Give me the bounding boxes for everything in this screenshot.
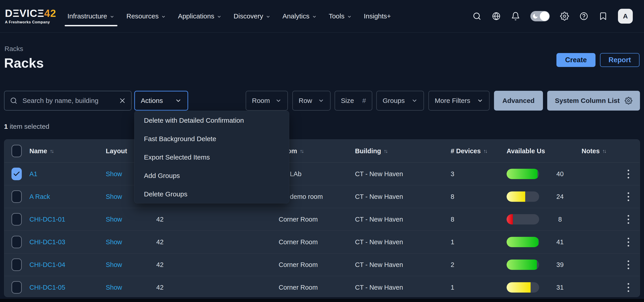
- actions-dropdown-button[interactable]: Actions: [134, 91, 188, 111]
- column-header-devices[interactable]: # Devices↑↓: [451, 140, 488, 162]
- actions-menu-item-add-groups[interactable]: Add Groups: [134, 166, 289, 185]
- nav-item-label: Resources: [126, 12, 158, 20]
- available-us-bar-fill: [506, 282, 530, 292]
- user-avatar[interactable]: A: [618, 9, 633, 24]
- page-title: Racks: [4, 55, 44, 71]
- rack-name-link[interactable]: CHI-DC1-05: [30, 276, 65, 297]
- more-filters-dropdown[interactable]: More Filters: [428, 91, 490, 111]
- rack-room: Corner Room: [279, 276, 318, 297]
- nav-item-insights-[interactable]: Insights+: [363, 11, 392, 21]
- brand-tagline: A Freshworks Company: [5, 20, 56, 24]
- rack-room: Corner Room: [279, 253, 318, 276]
- rack-name-link[interactable]: CHI-DC1-01: [30, 208, 65, 230]
- nav-item-label: Discovery: [234, 12, 263, 20]
- column-header-notes[interactable]: Notes↑↓: [582, 140, 607, 162]
- row-checkbox[interactable]: [12, 236, 22, 248]
- actions-menu-item-delete-with-detailed-confirmation[interactable]: Delete with Detailed Confirmation: [134, 111, 289, 130]
- brand-wordmark: DΞVICΞ42: [5, 8, 56, 19]
- table-row: CHI-DC1-05Show42Corner RoomCT - New Have…: [4, 276, 640, 297]
- actions-menu-item-delete-groups[interactable]: Delete Groups: [134, 185, 289, 203]
- nav-item-applications[interactable]: Applications: [178, 11, 222, 21]
- groups-filter[interactable]: Groups: [376, 91, 424, 111]
- rack-building: CT - New Haven: [355, 185, 403, 208]
- select-all-checkbox[interactable]: [12, 145, 22, 157]
- available-us-value: 41: [548, 231, 572, 253]
- row-actions-kebab[interactable]: [623, 163, 634, 185]
- available-us-bar-fill: [506, 237, 538, 247]
- chevron-down-icon: [477, 98, 483, 104]
- size-filter-label: Size: [341, 97, 354, 105]
- system-column-list-button[interactable]: System Column List: [547, 91, 640, 111]
- row-actions-kebab[interactable]: [623, 208, 634, 230]
- gear-icon[interactable]: [560, 12, 569, 21]
- row-actions-kebab[interactable]: [623, 253, 634, 276]
- rack-building: CT - New Haven: [355, 231, 403, 253]
- report-button[interactable]: Report: [600, 53, 640, 67]
- globe-icon[interactable]: [492, 12, 501, 21]
- nav-item-resources[interactable]: Resources: [126, 11, 166, 21]
- row-actions-kebab[interactable]: [623, 185, 634, 208]
- brand-logo[interactable]: DΞVICΞ42 A Freshworks Company: [5, 8, 56, 24]
- column-header-available-us: Available Us: [506, 140, 545, 162]
- nav-item-discovery[interactable]: Discovery: [233, 11, 271, 21]
- check-icon: [13, 170, 20, 178]
- available-us-value: 40: [548, 163, 572, 185]
- layout-show-link[interactable]: Show: [106, 185, 122, 208]
- bookmark-icon[interactable]: [599, 12, 608, 21]
- layout-show-link[interactable]: Show: [106, 163, 122, 185]
- nav-item-analytics[interactable]: Analytics: [282, 11, 318, 21]
- sort-icon: ↑↓: [384, 148, 388, 154]
- column-header-building[interactable]: Building↑↓: [355, 140, 388, 162]
- column-header-name[interactable]: Name↑↓: [30, 140, 54, 162]
- row-actions-kebab[interactable]: [623, 276, 634, 297]
- search-box: [4, 91, 132, 111]
- search-icon[interactable]: [472, 12, 482, 21]
- help-icon[interactable]: [579, 12, 588, 21]
- search-icon: [10, 97, 18, 105]
- main-nav: InfrastructureResourcesApplicationsDisco…: [67, 11, 392, 21]
- layout-show-link[interactable]: Show: [106, 276, 122, 297]
- row-actions-kebab[interactable]: [623, 231, 634, 253]
- rack-size: 42: [156, 208, 164, 230]
- table-header: Name↑↓ Layout Size Room↑↓ Building↑↓ # D…: [4, 140, 640, 163]
- layout-show-link[interactable]: Show: [106, 208, 122, 230]
- actions-label: Actions: [141, 97, 163, 105]
- row-checkbox[interactable]: [12, 281, 22, 294]
- rack-name-link[interactable]: A Rack: [30, 185, 50, 208]
- rack-name-link[interactable]: A1: [30, 163, 37, 185]
- layout-show-link[interactable]: Show: [106, 253, 122, 276]
- size-filter[interactable]: Size #: [334, 91, 372, 111]
- row-checkbox[interactable]: [12, 258, 22, 271]
- advanced-button[interactable]: Advanced: [494, 91, 543, 111]
- row-checkbox[interactable]: [12, 213, 22, 226]
- rack-building: CT - New Haven: [355, 208, 403, 230]
- search-input[interactable]: [22, 97, 114, 105]
- chevron-down-icon: [312, 14, 317, 19]
- clear-search-icon[interactable]: [119, 97, 126, 104]
- create-button[interactable]: Create: [556, 53, 596, 67]
- row-filter[interactable]: Row: [292, 91, 330, 111]
- more-filters-label: More Filters: [435, 97, 470, 105]
- chevron-down-icon: [216, 14, 222, 19]
- rack-name-link[interactable]: CHI-DC1-03: [30, 231, 65, 253]
- available-us-value: 31: [548, 276, 572, 297]
- available-us-value: 24: [548, 185, 572, 208]
- row-checkbox-checked[interactable]: [12, 168, 22, 180]
- actions-menu-item-fast-background-delete[interactable]: Fast Background Delete: [134, 130, 289, 148]
- room-filter-label: Room: [252, 97, 270, 105]
- room-filter[interactable]: Room: [246, 91, 288, 111]
- actions-menu-item-export-selected-items[interactable]: Export Selected Items: [134, 148, 289, 166]
- nav-item-infrastructure[interactable]: Infrastructure: [67, 11, 115, 21]
- rack-device-count: 1: [451, 276, 454, 297]
- bell-icon[interactable]: [511, 12, 520, 21]
- breadcrumb[interactable]: Racks: [4, 45, 23, 53]
- theme-toggle[interactable]: [530, 11, 550, 21]
- rack-building: CT - New Haven: [355, 276, 403, 297]
- row-checkbox[interactable]: [12, 190, 22, 203]
- nav-item-label: Insights+: [364, 12, 391, 20]
- layout-show-link[interactable]: Show: [106, 231, 122, 253]
- available-us-value: 39: [548, 253, 572, 276]
- rack-name-link[interactable]: CHI-DC1-04: [30, 253, 65, 276]
- chevron-down-icon: [318, 98, 324, 104]
- nav-item-tools[interactable]: Tools: [328, 11, 352, 21]
